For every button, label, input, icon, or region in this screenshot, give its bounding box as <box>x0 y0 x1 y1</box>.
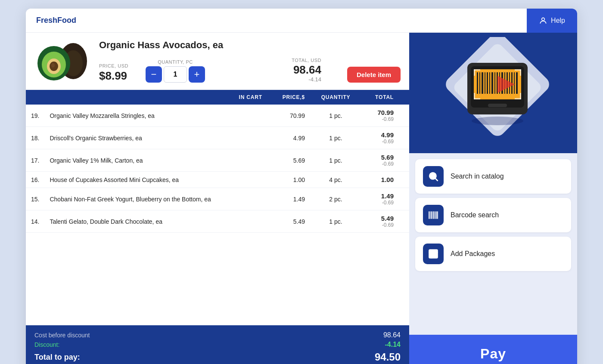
item-name: House of Cupcakes Assorted Mini Cupcakes… <box>44 172 267 188</box>
action-buttons: Search in catalog <box>409 153 577 335</box>
scroll-spacer <box>399 105 409 127</box>
cart-table-header: IN CART PRICE,$ QUANTITY TOTAL <box>26 90 409 105</box>
table-row: 16. House of Cupcakes Assorted Mini Cupc… <box>26 172 409 188</box>
add-packages-button[interactable]: Add Packages <box>415 237 571 271</box>
row-num: 14. <box>26 210 44 233</box>
quantity-controls: − + <box>146 66 205 83</box>
svg-rect-39 <box>488 104 507 107</box>
svg-rect-43 <box>429 211 429 219</box>
row-num: 17. <box>26 149 44 172</box>
table-row: 19. Organic Valley Mozzarella Stringles,… <box>26 105 409 127</box>
svg-point-40 <box>472 117 523 125</box>
item-total: 5.49 -0.69 <box>361 210 399 233</box>
help-button[interactable]: Help <box>527 9 577 33</box>
svg-rect-50 <box>437 211 438 219</box>
search-icon <box>423 166 444 187</box>
scroll-spacer <box>399 172 409 188</box>
svg-rect-48 <box>435 211 435 219</box>
cart-footer: Cost before discount 98.64 Discount: -4.… <box>26 325 409 364</box>
left-panel: Organic Hass Avocados, ea PRICE, USD $8.… <box>26 33 409 364</box>
col-price: PRICE,$ <box>267 90 310 105</box>
barcode-search-button[interactable]: Barcode search <box>415 198 571 232</box>
quantity-input[interactable] <box>164 66 187 83</box>
item-name: Organic Valley 1% Milk, Carton, ea <box>44 149 267 172</box>
item-qty: 4 pc. <box>310 172 361 188</box>
total-row: Total to pay: 94.50 <box>34 351 401 363</box>
item-price: 70.99 <box>267 105 310 127</box>
price-block: PRICE, USD $8.99 <box>99 63 128 83</box>
row-num: 15. <box>26 188 44 210</box>
barcode-icon <box>423 205 444 225</box>
table-row: 14. Talenti Gelato, Double Dark Chocolat… <box>26 210 409 233</box>
svg-rect-49 <box>435 211 436 219</box>
cart-table-body: 19. Organic Valley Mozzarella Stringles,… <box>26 105 409 233</box>
col-scroll <box>399 90 409 105</box>
price-value: $8.99 <box>99 69 128 83</box>
right-panel: Search in catalog <box>409 33 577 364</box>
table-row: 18. Driscoll's Organic Strawberries, ea … <box>26 127 409 149</box>
total-discount: -4.14 <box>292 76 321 83</box>
svg-point-7 <box>51 63 55 68</box>
app-window: FreshFood Help <box>26 9 577 364</box>
quantity-increase-button[interactable]: + <box>189 66 205 83</box>
item-qty: 1 pc. <box>310 105 361 127</box>
item-name: Chobani Non-Fat Greek Yogurt, Blueberry … <box>44 188 267 210</box>
item-name: Driscoll's Organic Strawberries, ea <box>44 127 267 149</box>
svg-rect-31 <box>474 69 475 76</box>
total-pay-label: Total to pay: <box>34 353 80 362</box>
svg-rect-28 <box>514 72 515 94</box>
svg-rect-29 <box>516 72 518 94</box>
product-image <box>34 40 90 83</box>
item-price: 5.49 <box>267 210 310 233</box>
cart-table: IN CART PRICE,$ QUANTITY TOTAL 19. Organ… <box>26 90 409 233</box>
scroll-spacer <box>399 127 409 149</box>
item-qty: 2 pc. <box>310 188 361 210</box>
search-catalog-button[interactable]: Search in catalog <box>415 159 571 194</box>
delete-item-button[interactable]: Delete item <box>347 67 401 83</box>
item-qty: 1 pc. <box>310 127 361 149</box>
col-total: TOTAL <box>361 90 399 105</box>
svg-rect-44 <box>430 211 430 219</box>
product-name: Organic Hass Avocados, ea <box>99 40 401 51</box>
scanner-area <box>409 33 577 153</box>
col-in-cart: IN CART <box>44 90 267 105</box>
discount-label: Discount: <box>34 341 59 348</box>
item-price: 4.99 <box>267 127 310 149</box>
total-value: 98.64 <box>292 64 321 76</box>
avocado-illustration <box>34 40 90 83</box>
svg-rect-46 <box>432 211 433 219</box>
row-num: 19. <box>26 105 44 127</box>
item-total: 5.69 -0.69 <box>361 149 399 172</box>
total-label: TOTAL, USD <box>292 58 321 63</box>
svg-rect-45 <box>431 211 432 219</box>
quantity-decrease-button[interactable]: − <box>146 66 162 83</box>
package-icon <box>423 244 444 264</box>
svg-rect-47 <box>433 211 434 219</box>
product-info: Organic Hass Avocados, ea PRICE, USD $8.… <box>99 40 401 83</box>
quantity-label: QUANTITY, PC <box>158 59 193 65</box>
row-num: 16. <box>26 172 44 188</box>
search-catalog-label: Search in catalog <box>451 173 504 180</box>
discount-row: Discount: -4.14 <box>34 341 401 349</box>
price-label: PRICE, USD <box>99 63 128 68</box>
svg-rect-19 <box>491 72 493 94</box>
item-price: 1.49 <box>267 188 310 210</box>
cost-label: Cost before discount <box>34 332 90 339</box>
main-layout: Organic Hass Avocados, ea PRICE, USD $8.… <box>26 33 577 364</box>
header: FreshFood Help <box>26 9 577 33</box>
add-packages-label: Add Packages <box>451 250 495 258</box>
item-name: Talenti Gelato, Double Dark Chocolate, e… <box>44 210 267 233</box>
item-price: 5.69 <box>267 149 310 172</box>
product-header: Organic Hass Avocados, ea PRICE, USD $8.… <box>26 33 409 90</box>
svg-rect-54 <box>433 254 436 257</box>
user-icon <box>539 16 547 25</box>
pay-button[interactable]: Pay <box>409 335 577 364</box>
svg-rect-16 <box>485 72 485 94</box>
barcode-search-label: Barcode search <box>451 211 499 219</box>
table-row: 17. Organic Valley 1% Milk, Carton, ea 5… <box>26 149 409 172</box>
scroll-spacer <box>399 188 409 210</box>
item-total: 1.00 <box>361 172 399 188</box>
svg-rect-33 <box>520 69 521 76</box>
col-quantity: QUANTITY <box>310 90 361 105</box>
table-row: 15. Chobani Non-Fat Greek Yogurt, Bluebe… <box>26 188 409 210</box>
